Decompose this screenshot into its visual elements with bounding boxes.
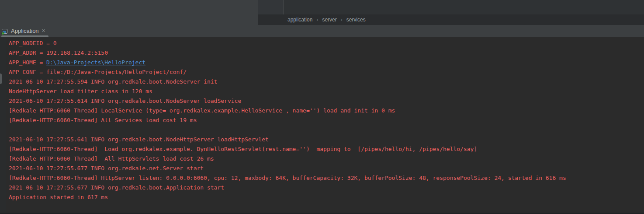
close-icon[interactable]: × bbox=[42, 28, 45, 34]
console-line: [Redkale-HTTP:6060-Thread] All Services … bbox=[0, 116, 644, 125]
tab-label: Application bbox=[11, 28, 39, 34]
console-line: 2021-06-10 17:27:55.677 INFO org.redkale… bbox=[0, 164, 644, 173]
breadcrumb-separator-icon: › bbox=[316, 17, 318, 23]
breadcrumb: application›server›services bbox=[258, 14, 644, 25]
running-badge-icon bbox=[1, 32, 4, 35]
console-line: APP_ADDR = 192.168.124.2:5150 bbox=[0, 48, 644, 58]
console-output[interactable]: APP_NODEID = 0APP_ADDR = 192.168.124.2:5… bbox=[0, 39, 644, 202]
console-line: 2021-06-10 17:27:55.594 INFO org.redkale… bbox=[0, 77, 644, 87]
console-line: NodeHttpServer load filter class in 120 … bbox=[0, 87, 644, 96]
console-line: APP_HOME = D:\Java-Projects\HelloProject bbox=[0, 58, 644, 67]
console-line: [Redkale-HTTP:6060-Thread] HttpServer li… bbox=[0, 173, 644, 183]
file-link[interactable]: D:\Java-Projects\HelloProject bbox=[46, 59, 145, 66]
breadcrumb-item-server[interactable]: server bbox=[322, 17, 336, 23]
console-text: APP_HOME = bbox=[9, 59, 46, 66]
console-line: Application started in 617 ms bbox=[0, 193, 644, 202]
breadcrumb-item-services[interactable]: services bbox=[346, 17, 366, 23]
console-line: [Redkale-HTTP:6060-Thread] LocalService … bbox=[0, 106, 644, 116]
console-line: APP_CONF = file:/D:/Java-Projects/HelloP… bbox=[0, 67, 644, 77]
breadcrumb-separator-icon: › bbox=[341, 17, 343, 23]
console-panel: APP_NODEID = 0APP_ADDR = 192.168.124.2:5… bbox=[0, 37, 644, 214]
console-line: 2021-06-10 17:27:55.641 INFO org.redkale… bbox=[0, 135, 644, 144]
console-line: [Redkale-HTTP:6060-Thread] Load org.redk… bbox=[0, 144, 644, 154]
breadcrumb-item-application[interactable]: application bbox=[287, 17, 312, 23]
console-line: APP_NODEID = 0 bbox=[0, 39, 644, 48]
editor-panel-left bbox=[0, 0, 258, 25]
console-line: 2021-06-10 17:27:55.614 INFO org.redkale… bbox=[0, 96, 644, 106]
editor-panel-middle bbox=[258, 0, 283, 14]
console-tab-bar: Application × bbox=[0, 25, 644, 37]
console-line bbox=[0, 125, 644, 135]
console-line: 2021-06-10 17:27:55.677 INFO org.redkale… bbox=[0, 183, 644, 193]
console-line: [Redkale-HTTP:6060-Thread] All HttpServl… bbox=[0, 154, 644, 164]
run-console-icon bbox=[2, 28, 8, 35]
editor-panel-right bbox=[283, 0, 644, 14]
